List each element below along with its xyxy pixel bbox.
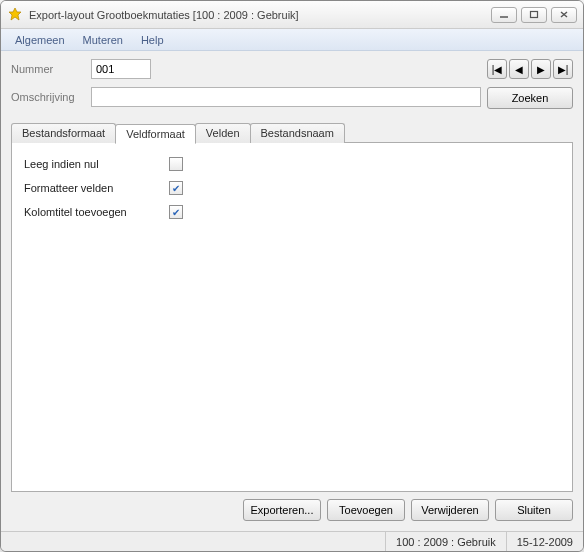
menu-algemeen[interactable]: Algemeen [7, 32, 73, 48]
titlebar: Export-layout Grootboekmutaties [100 : 2… [1, 1, 583, 29]
menubar: Algemeen Muteren Help [1, 29, 583, 51]
svg-rect-2 [531, 12, 538, 18]
omschrijving-input[interactable] [91, 87, 481, 107]
tab-bestandsformaat[interactable]: Bestandsformaat [11, 123, 116, 143]
record-nav: |◀ ◀ ▶ ▶| [487, 59, 573, 79]
row-nummer: Nummer |◀ ◀ ▶ ▶| [11, 59, 573, 79]
tab-pane-veldformaat: Leeg indien nul Formatteer velden ✔ Kolo… [11, 142, 573, 492]
status-date: 15-12-2009 [506, 532, 583, 551]
tab-bestandsnaam[interactable]: Bestandsnaam [250, 123, 345, 143]
leeg-label: Leeg indien nul [24, 158, 169, 170]
option-kolomtitel-toevoegen: Kolomtitel toevoegen ✔ [24, 205, 560, 219]
tab-velden[interactable]: Velden [195, 123, 251, 143]
kolomtitel-label: Kolomtitel toevoegen [24, 206, 169, 218]
app-window: Export-layout Grootboekmutaties [100 : 2… [0, 0, 584, 552]
nav-first-button[interactable]: |◀ [487, 59, 507, 79]
option-leeg-indien-nul: Leeg indien nul [24, 157, 560, 171]
verwijderen-button[interactable]: Verwijderen [411, 499, 489, 521]
maximize-button[interactable] [521, 7, 547, 23]
svg-marker-0 [9, 8, 21, 20]
status-context: 100 : 2009 : Gebruik [385, 532, 506, 551]
formatteer-checkbox[interactable]: ✔ [169, 181, 183, 195]
content-area: Nummer |◀ ◀ ▶ ▶| Omschrijving Zoeken Bes… [1, 51, 583, 531]
statusbar: 100 : 2009 : Gebruik 15-12-2009 [1, 531, 583, 551]
menu-muteren[interactable]: Muteren [75, 32, 131, 48]
app-icon [7, 7, 23, 23]
toevoegen-button[interactable]: Toevoegen [327, 499, 405, 521]
tabs: Bestandsformaat Veldformaat Velden Besta… [11, 123, 573, 143]
window-controls [491, 7, 577, 23]
window-title: Export-layout Grootboekmutaties [100 : 2… [29, 9, 491, 21]
zoeken-button[interactable]: Zoeken [487, 87, 573, 109]
option-formatteer-velden: Formatteer velden ✔ [24, 181, 560, 195]
exporteren-button[interactable]: Exporteren... [243, 499, 321, 521]
leeg-checkbox[interactable] [169, 157, 183, 171]
action-buttons: Exporteren... Toevoegen Verwijderen Slui… [11, 492, 573, 525]
nav-prev-button[interactable]: ◀ [509, 59, 529, 79]
nav-last-button[interactable]: ▶| [553, 59, 573, 79]
kolomtitel-checkbox[interactable]: ✔ [169, 205, 183, 219]
close-button[interactable] [551, 7, 577, 23]
menu-help[interactable]: Help [133, 32, 172, 48]
nummer-label: Nummer [11, 63, 91, 75]
minimize-button[interactable] [491, 7, 517, 23]
sluiten-button[interactable]: Sluiten [495, 499, 573, 521]
formatteer-label: Formatteer velden [24, 182, 169, 194]
row-omschrijving: Omschrijving Zoeken [11, 85, 573, 109]
nummer-input[interactable] [91, 59, 151, 79]
omschrijving-label: Omschrijving [11, 91, 91, 103]
nav-next-button[interactable]: ▶ [531, 59, 551, 79]
tab-veldformaat[interactable]: Veldformaat [115, 124, 196, 144]
